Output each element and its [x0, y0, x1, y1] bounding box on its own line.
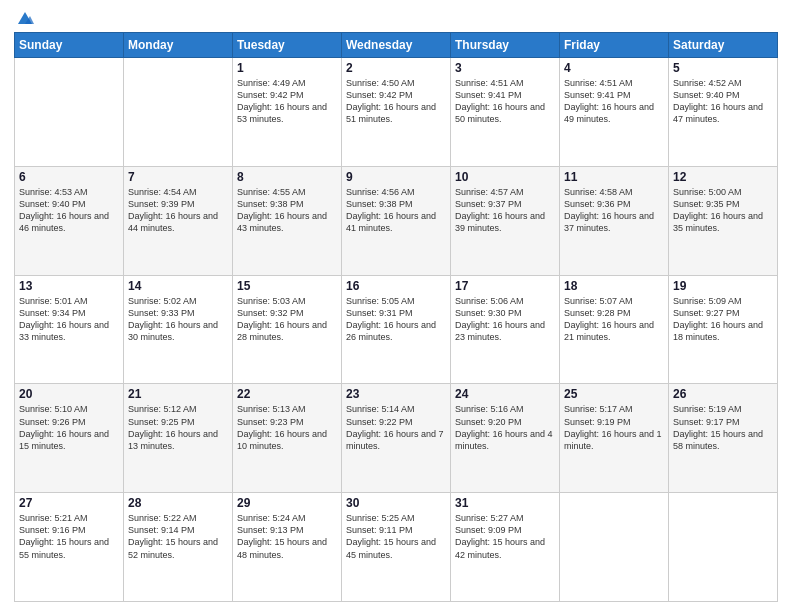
cell-info: Daylight: 16 hours and 33 minutes. — [19, 319, 119, 343]
cell-info: Sunrise: 5:05 AM — [346, 295, 446, 307]
calendar-cell: 18Sunrise: 5:07 AMSunset: 9:28 PMDayligh… — [560, 275, 669, 384]
day-number: 30 — [346, 496, 446, 510]
calendar-cell: 5Sunrise: 4:52 AMSunset: 9:40 PMDaylight… — [669, 58, 778, 167]
day-number: 7 — [128, 170, 228, 184]
cell-info: Sunrise: 4:51 AM — [564, 77, 664, 89]
day-number: 15 — [237, 279, 337, 293]
cell-info: Sunset: 9:23 PM — [237, 416, 337, 428]
cell-info: Sunset: 9:14 PM — [128, 524, 228, 536]
cell-info: Sunrise: 5:17 AM — [564, 403, 664, 415]
cell-info: Sunset: 9:19 PM — [564, 416, 664, 428]
calendar-cell: 24Sunrise: 5:16 AMSunset: 9:20 PMDayligh… — [451, 384, 560, 493]
cell-info: Sunrise: 5:27 AM — [455, 512, 555, 524]
day-number: 12 — [673, 170, 773, 184]
cell-info: Daylight: 16 hours and 18 minutes. — [673, 319, 773, 343]
calendar-cell: 19Sunrise: 5:09 AMSunset: 9:27 PMDayligh… — [669, 275, 778, 384]
calendar-cell: 16Sunrise: 5:05 AMSunset: 9:31 PMDayligh… — [342, 275, 451, 384]
calendar-cell: 26Sunrise: 5:19 AMSunset: 9:17 PMDayligh… — [669, 384, 778, 493]
calendar-cell — [15, 58, 124, 167]
cell-info: Daylight: 16 hours and 15 minutes. — [19, 428, 119, 452]
calendar-cell: 28Sunrise: 5:22 AMSunset: 9:14 PMDayligh… — [124, 493, 233, 602]
cell-info: Sunrise: 4:52 AM — [673, 77, 773, 89]
cell-info: Daylight: 15 hours and 55 minutes. — [19, 536, 119, 560]
cell-info: Daylight: 16 hours and 28 minutes. — [237, 319, 337, 343]
cell-info: Sunrise: 5:06 AM — [455, 295, 555, 307]
calendar-cell: 1Sunrise: 4:49 AMSunset: 9:42 PMDaylight… — [233, 58, 342, 167]
day-number: 28 — [128, 496, 228, 510]
cell-info: Sunrise: 5:07 AM — [564, 295, 664, 307]
cell-info: Sunrise: 4:50 AM — [346, 77, 446, 89]
calendar-cell: 22Sunrise: 5:13 AMSunset: 9:23 PMDayligh… — [233, 384, 342, 493]
cell-info: Sunrise: 5:02 AM — [128, 295, 228, 307]
calendar-cell: 2Sunrise: 4:50 AMSunset: 9:42 PMDaylight… — [342, 58, 451, 167]
day-number: 18 — [564, 279, 664, 293]
calendar-cell: 13Sunrise: 5:01 AMSunset: 9:34 PMDayligh… — [15, 275, 124, 384]
cell-info: Daylight: 16 hours and 7 minutes. — [346, 428, 446, 452]
calendar-day-header: Tuesday — [233, 33, 342, 58]
calendar-cell: 12Sunrise: 5:00 AMSunset: 9:35 PMDayligh… — [669, 166, 778, 275]
calendar-cell — [124, 58, 233, 167]
cell-info: Sunset: 9:41 PM — [564, 89, 664, 101]
day-number: 31 — [455, 496, 555, 510]
cell-info: Sunrise: 5:16 AM — [455, 403, 555, 415]
cell-info: Sunrise: 5:10 AM — [19, 403, 119, 415]
cell-info: Sunrise: 5:12 AM — [128, 403, 228, 415]
cell-info: Sunset: 9:25 PM — [128, 416, 228, 428]
day-number: 10 — [455, 170, 555, 184]
calendar-week-row: 13Sunrise: 5:01 AMSunset: 9:34 PMDayligh… — [15, 275, 778, 384]
cell-info: Daylight: 16 hours and 46 minutes. — [19, 210, 119, 234]
cell-info: Sunset: 9:09 PM — [455, 524, 555, 536]
calendar-cell: 10Sunrise: 4:57 AMSunset: 9:37 PMDayligh… — [451, 166, 560, 275]
calendar-cell: 20Sunrise: 5:10 AMSunset: 9:26 PMDayligh… — [15, 384, 124, 493]
calendar-cell: 23Sunrise: 5:14 AMSunset: 9:22 PMDayligh… — [342, 384, 451, 493]
cell-info: Sunset: 9:16 PM — [19, 524, 119, 536]
day-number: 5 — [673, 61, 773, 75]
cell-info: Daylight: 16 hours and 47 minutes. — [673, 101, 773, 125]
cell-info: Sunset: 9:38 PM — [237, 198, 337, 210]
calendar-day-header: Sunday — [15, 33, 124, 58]
day-number: 2 — [346, 61, 446, 75]
calendar-week-row: 1Sunrise: 4:49 AMSunset: 9:42 PMDaylight… — [15, 58, 778, 167]
cell-info: Sunrise: 4:51 AM — [455, 77, 555, 89]
cell-info: Daylight: 15 hours and 45 minutes. — [346, 536, 446, 560]
calendar-cell: 4Sunrise: 4:51 AMSunset: 9:41 PMDaylight… — [560, 58, 669, 167]
cell-info: Sunset: 9:38 PM — [346, 198, 446, 210]
cell-info: Daylight: 16 hours and 10 minutes. — [237, 428, 337, 452]
cell-info: Sunrise: 4:53 AM — [19, 186, 119, 198]
calendar-cell: 31Sunrise: 5:27 AMSunset: 9:09 PMDayligh… — [451, 493, 560, 602]
cell-info: Sunset: 9:33 PM — [128, 307, 228, 319]
day-number: 8 — [237, 170, 337, 184]
cell-info: Daylight: 15 hours and 52 minutes. — [128, 536, 228, 560]
logo-icon — [16, 10, 34, 28]
day-number: 1 — [237, 61, 337, 75]
calendar-cell: 3Sunrise: 4:51 AMSunset: 9:41 PMDaylight… — [451, 58, 560, 167]
cell-info: Sunset: 9:40 PM — [19, 198, 119, 210]
cell-info: Daylight: 16 hours and 51 minutes. — [346, 101, 446, 125]
calendar-week-row: 6Sunrise: 4:53 AMSunset: 9:40 PMDaylight… — [15, 166, 778, 275]
calendar-cell: 8Sunrise: 4:55 AMSunset: 9:38 PMDaylight… — [233, 166, 342, 275]
cell-info: Daylight: 16 hours and 4 minutes. — [455, 428, 555, 452]
header — [14, 12, 778, 24]
cell-info: Sunrise: 4:58 AM — [564, 186, 664, 198]
calendar-day-header: Thursday — [451, 33, 560, 58]
cell-info: Daylight: 16 hours and 50 minutes. — [455, 101, 555, 125]
cell-info: Daylight: 16 hours and 49 minutes. — [564, 101, 664, 125]
day-number: 25 — [564, 387, 664, 401]
calendar-cell: 30Sunrise: 5:25 AMSunset: 9:11 PMDayligh… — [342, 493, 451, 602]
calendar-cell: 11Sunrise: 4:58 AMSunset: 9:36 PMDayligh… — [560, 166, 669, 275]
cell-info: Sunrise: 5:00 AM — [673, 186, 773, 198]
calendar-day-header: Saturday — [669, 33, 778, 58]
cell-info: Daylight: 16 hours and 37 minutes. — [564, 210, 664, 234]
cell-info: Sunrise: 4:49 AM — [237, 77, 337, 89]
cell-info: Sunset: 9:26 PM — [19, 416, 119, 428]
cell-info: Sunset: 9:40 PM — [673, 89, 773, 101]
cell-info: Sunset: 9:34 PM — [19, 307, 119, 319]
calendar-week-row: 27Sunrise: 5:21 AMSunset: 9:16 PMDayligh… — [15, 493, 778, 602]
calendar-cell: 9Sunrise: 4:56 AMSunset: 9:38 PMDaylight… — [342, 166, 451, 275]
cell-info: Daylight: 15 hours and 48 minutes. — [237, 536, 337, 560]
calendar-week-row: 20Sunrise: 5:10 AMSunset: 9:26 PMDayligh… — [15, 384, 778, 493]
day-number: 20 — [19, 387, 119, 401]
day-number: 14 — [128, 279, 228, 293]
cell-info: Sunrise: 4:55 AM — [237, 186, 337, 198]
calendar-cell — [669, 493, 778, 602]
